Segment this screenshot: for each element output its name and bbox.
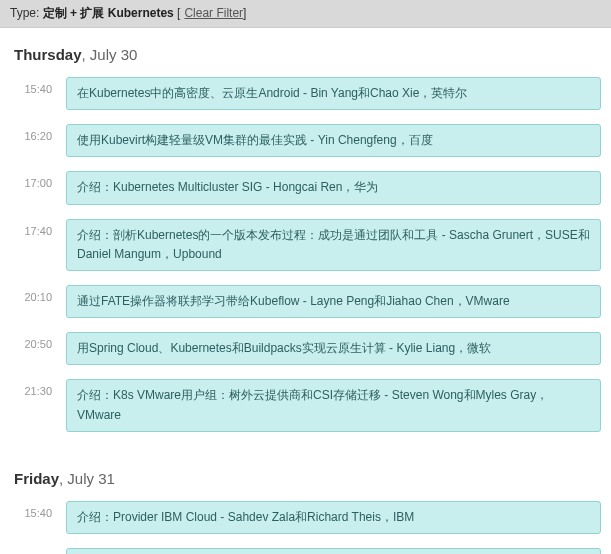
bracket-open: [: [177, 6, 180, 20]
filter-type: 定制 + 扩展 Kubernetes: [43, 6, 174, 20]
bracket-close: ]: [243, 6, 246, 20]
day-of-week: Thursday: [14, 46, 82, 63]
filter-label: Type:: [10, 6, 39, 20]
session-card[interactable]: 介绍：剖析Kubernetes的一个版本发布过程：成功是通过团队和工具 - Sa…: [66, 219, 601, 271]
day-block: Thursday, July 3015:40在Kubernetes中的高密度、云…: [0, 28, 611, 452]
session-time: 17:00: [14, 171, 66, 189]
session-card[interactable]: 介绍：Provider IBM Cloud - Sahdev Zala和Rich…: [66, 501, 601, 534]
filter-bar: Type: 定制 + 扩展 Kubernetes [Clear Filter]: [0, 0, 611, 28]
session-card[interactable]: 极低开销和高性能的无服务器容器 - Feng Shaobao，华为: [66, 548, 601, 554]
session-card[interactable]: 介绍：K8s VMware用户组：树外云提供商和CSI存储迁移 - Steven…: [66, 379, 601, 431]
session-row: 17:00介绍：Kubernetes Multicluster SIG - Ho…: [14, 171, 601, 204]
session-row: 15:40介绍：Provider IBM Cloud - Sahdev Zala…: [14, 501, 601, 534]
session-time: 15:40: [14, 501, 66, 519]
session-row: 21:30介绍：K8s VMware用户组：树外云提供商和CSI存储迁移 - S…: [14, 379, 601, 431]
day-header: Friday, July 31: [14, 470, 601, 487]
session-time: 15:40: [14, 77, 66, 95]
day-date: , July 31: [59, 470, 115, 487]
session-time: 17:40: [14, 219, 66, 237]
session-row: 20:10通过FATE操作器将联邦学习带给Kubeflow - Layne Pe…: [14, 285, 601, 318]
session-time: 16:20: [14, 548, 66, 554]
schedule-list: Thursday, July 3015:40在Kubernetes中的高密度、云…: [0, 28, 611, 554]
session-time: 21:30: [14, 379, 66, 397]
day-date: , July 30: [82, 46, 138, 63]
session-row: 16:20极低开销和高性能的无服务器容器 - Feng Shaobao，华为: [14, 548, 601, 554]
day-of-week: Friday: [14, 470, 59, 487]
session-card[interactable]: 介绍：Kubernetes Multicluster SIG - Hongcai…: [66, 171, 601, 204]
clear-filter-link[interactable]: Clear Filter: [184, 6, 243, 20]
session-time: 16:20: [14, 124, 66, 142]
session-time: 20:50: [14, 332, 66, 350]
day-block: Friday, July 3115:40介绍：Provider IBM Clou…: [0, 452, 611, 554]
session-row: 15:40在Kubernetes中的高密度、云原生Android - Bin Y…: [14, 77, 601, 110]
session-row: 17:40介绍：剖析Kubernetes的一个版本发布过程：成功是通过团队和工具…: [14, 219, 601, 271]
day-header: Thursday, July 30: [14, 46, 601, 63]
session-row: 16:20使用Kubevirt构建轻量级VM集群的最佳实践 - Yin Chen…: [14, 124, 601, 157]
session-card[interactable]: 用Spring Cloud、Kubernetes和Buildpacks实现云原生…: [66, 332, 601, 365]
session-card[interactable]: 通过FATE操作器将联邦学习带给Kubeflow - Layne Peng和Ji…: [66, 285, 601, 318]
session-row: 20:50用Spring Cloud、Kubernetes和Buildpacks…: [14, 332, 601, 365]
session-card[interactable]: 在Kubernetes中的高密度、云原生Android - Bin Yang和C…: [66, 77, 601, 110]
session-time: 20:10: [14, 285, 66, 303]
session-card[interactable]: 使用Kubevirt构建轻量级VM集群的最佳实践 - Yin Chengfeng…: [66, 124, 601, 157]
